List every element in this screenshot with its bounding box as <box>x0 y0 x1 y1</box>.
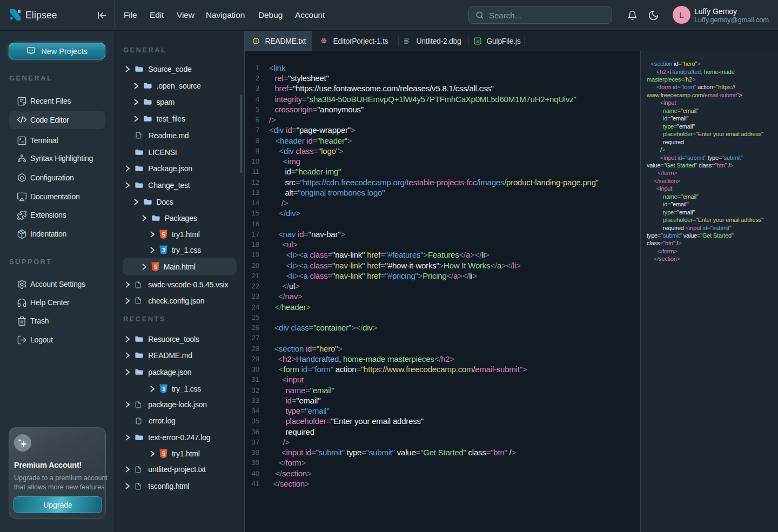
svg-text:5: 5 <box>162 232 165 238</box>
svg-text:5: 5 <box>162 450 165 456</box>
svg-text:3: 3 <box>162 247 165 253</box>
svg-text:JS: JS <box>475 39 479 43</box>
svg-text:5: 5 <box>154 264 157 270</box>
svg-text:3: 3 <box>162 386 165 392</box>
